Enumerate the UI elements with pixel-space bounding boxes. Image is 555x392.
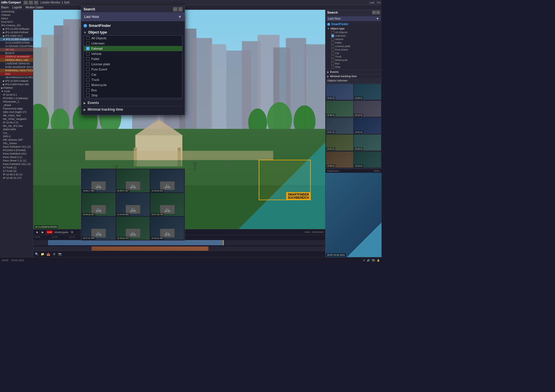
sd-window-controls[interactable]: □ × bbox=[173, 7, 182, 11]
sidebar-item-paletten[interactable]: ▶Paletten bbox=[0, 86, 33, 90]
sd-motorcycle[interactable]: Motorcycle bbox=[84, 82, 182, 88]
sidebar-item-ips2400-4[interactable]: IPS2400-4 (ProNet) bbox=[0, 148, 33, 152]
menu-medien[interactable]: Medien Daten bbox=[25, 6, 43, 9]
sidebar-item-fluss[interactable]: Flüsseneier_2 bbox=[0, 100, 33, 103]
sd-checkbox-pallet[interactable] bbox=[86, 57, 90, 61]
rp-thumb-5[interactable]: 15:47:41 bbox=[326, 118, 353, 134]
sd-events-row[interactable]: ▶ Events bbox=[84, 99, 182, 106]
minimize-btn[interactable]: — bbox=[24, 1, 28, 4]
tg-thumb-2[interactable]: 🚲 15:55:57.907 bbox=[116, 169, 150, 192]
rp-pure-event[interactable]: Pure Event bbox=[329, 48, 380, 51]
sd-unknown[interactable]: Unknown bbox=[84, 41, 182, 46]
sidebar-item-direct[interactable]: Direct bbox=[0, 17, 33, 20]
status-icon-cam[interactable]: 📷 bbox=[372, 259, 375, 262]
rp-thumb-2[interactable]: 15:56:41 bbox=[354, 84, 381, 100]
sd-checkbox-truck[interactable] bbox=[86, 78, 90, 81]
rp-minimal-tracking-row[interactable]: ▶ Minimal tracking time bbox=[325, 74, 382, 78]
settings-icon[interactable]: ⚙ bbox=[52, 252, 56, 257]
rp-pallet[interactable]: Pallet bbox=[329, 41, 380, 44]
status-icon-lock[interactable]: 🔒 bbox=[377, 259, 380, 262]
sd-truck[interactable]: Truck bbox=[84, 77, 182, 82]
sidebar-item-pano-og1b[interactable]: Pano Parkdeck OG1 bbox=[0, 152, 33, 155]
sd-checkbox-ship[interactable] bbox=[86, 94, 90, 97]
rp-checkbox-motorcycle[interactable] bbox=[331, 59, 334, 62]
sidebar-item-pano360[interactable]: ▶IPS-2,600-Pano-360 bbox=[0, 83, 33, 86]
sidebar-item-park-bahn[interactable]: PARK-BAHNHOF-SFLATZ bbox=[0, 65, 33, 69]
stop-btn[interactable]: ■ bbox=[35, 230, 39, 234]
rp-checkbox-ship[interactable] bbox=[331, 66, 334, 68]
sd-vehicle[interactable]: Vehicle bbox=[84, 51, 182, 56]
sidebar-item-eviltext[interactable]: EVILTEXT bbox=[0, 20, 33, 24]
sd-ship[interactable]: Ship bbox=[84, 93, 182, 98]
rp-smartfinder-radio[interactable] bbox=[327, 23, 330, 26]
rp-unknown[interactable]: ✓ Unknown bbox=[329, 34, 380, 38]
tg-thumb-4[interactable]: 🚲 15:49:18.257 bbox=[82, 193, 116, 216]
sidebar-item-analyse2[interactable]: ▶IPS-10,000-Analyse bbox=[0, 79, 33, 83]
rp-checkbox-truck[interactable] bbox=[331, 55, 334, 58]
rp-obj-type-header[interactable]: ▼ Object type bbox=[327, 27, 380, 31]
sidebar-item-cinema[interactable]: IPS-Cinema_301 bbox=[0, 24, 33, 27]
sd-smartfinder-radio[interactable] bbox=[84, 24, 87, 27]
sd-all-objects[interactable]: All Objects bbox=[84, 36, 182, 41]
rp-window-controls[interactable]: □ × bbox=[372, 11, 380, 14]
tg-thumb-1[interactable]: 🚲 15:59:17.693 bbox=[82, 169, 116, 192]
sd-obj-type-header[interactable]: ▼ Object type bbox=[84, 29, 182, 35]
rp-bus[interactable]: Bus bbox=[329, 62, 380, 65]
sidebar-item-ip1[interactable]: IP:10.69.9.1 bbox=[0, 93, 33, 96]
sd-expand-btn[interactable]: □ bbox=[173, 7, 177, 11]
sidebar-item-software[interactable]: ▶IPS-10,000-Software bbox=[0, 27, 33, 31]
tg-thumb-5[interactable]: 🚲 15:42:58.363 bbox=[116, 193, 150, 216]
sidebar-item-vel[interactable]: VEL_Genex bbox=[0, 142, 33, 145]
rp-checkbox-pure[interactable] bbox=[331, 48, 334, 51]
rp-thumb-6[interactable]: 15:52:41 bbox=[354, 118, 381, 134]
sidebar-item-ausruestung[interactable]: Ausrüstung bbox=[0, 10, 33, 13]
sidebar-item-analyse[interactable]: ▼IPS-10,000-Analyse bbox=[0, 38, 33, 41]
sidebar-item-parkring[interactable]: PARKRING ANALYTICS bbox=[0, 69, 33, 72]
sd-pure-event[interactable]: Pure Event bbox=[84, 67, 182, 72]
playback-label[interactable]: Wiedergabe bbox=[54, 230, 69, 234]
sd-bus[interactable]: Bus bbox=[84, 88, 182, 93]
sd-car[interactable]: Car bbox=[84, 72, 182, 77]
timeline-track-2[interactable] bbox=[33, 246, 325, 251]
rp-checkbox-bus[interactable] bbox=[331, 62, 334, 65]
sd-license[interactable]: License plate bbox=[84, 62, 182, 67]
rp-checkbox-unknown[interactable]: ✓ bbox=[331, 34, 334, 37]
sidebar-item-vb-park[interactable]: VB-PARKHAUS-ULTRA bbox=[0, 76, 33, 79]
sd-checkbox-bus[interactable] bbox=[86, 88, 90, 92]
rp-ship[interactable]: Ship bbox=[329, 65, 380, 69]
status-icon-sound[interactable]: 🔊 bbox=[367, 259, 370, 262]
tg-thumb-6[interactable]: 🚲 15:37:39.745 bbox=[150, 193, 184, 216]
sidebar-item-ipx91[interactable]: IP:10.69.X.91 (1) bbox=[0, 173, 33, 176]
sidebar-item-ip12[interactable]: IP:12.69.10.173 bbox=[0, 176, 33, 180]
sidebar-item-mk-vgl[interactable]: MK_H264_Vergleich bbox=[0, 117, 33, 121]
rp-thumb-1[interactable]: 15:41:41 bbox=[326, 84, 353, 100]
sidebar-item-ladeone[interactable]: LADEONE SERSAIO bbox=[0, 62, 33, 65]
sidebar-item-srs[interactable]: SRS-2 bbox=[0, 135, 33, 138]
sidebar-item-ip2[interactable]: IP:10.69.2.11 bbox=[0, 121, 33, 124]
rp-motorcycle[interactable]: Motorcycle bbox=[329, 58, 380, 62]
sidebar-item-ips2400[interactable]: IPS2400-1 (Gateway) bbox=[0, 96, 33, 100]
rp-checkbox-all[interactable] bbox=[331, 31, 334, 34]
tg-thumb-8[interactable]: 🚲 15:33:26.243 bbox=[116, 217, 150, 240]
settings-btn[interactable]: ⚙ bbox=[70, 230, 74, 234]
rp-time-dropdown[interactable]: Last Hour ▼ bbox=[326, 16, 381, 21]
sidebar-item-s7-2[interactable]: S7 Funk (2) bbox=[0, 169, 33, 173]
sd-close-btn[interactable]: × bbox=[178, 7, 182, 11]
rp-truck[interactable]: Truck bbox=[329, 55, 380, 58]
sd-checkbox-car[interactable] bbox=[86, 73, 90, 76]
sidebar-item-flaüs[interactable]: Flaüsenmia edge bbox=[0, 107, 33, 110]
close-btn[interactable]: × bbox=[34, 1, 38, 4]
sd-checkbox-pure[interactable] bbox=[86, 68, 90, 71]
sidebar-item-brasil[interactable]: _Brasil bbox=[0, 103, 33, 107]
sd-checkbox-vehicle[interactable] bbox=[86, 52, 90, 55]
sidebar-item-mk-h264[interactable]: MK_H264_Test bbox=[0, 114, 33, 117]
search-icon[interactable]: 🔍 bbox=[34, 252, 39, 257]
sd-checkbox-license[interactable] bbox=[86, 62, 90, 66]
sidebar-item-bosch[interactable]: BOSCH bbox=[0, 51, 33, 55]
rp-events-row[interactable]: ▶ Events bbox=[325, 70, 382, 74]
sidebar-item-ai-class[interactable]: AI CLASSIFICATION bbox=[0, 41, 33, 44]
sd-checkbox-all[interactable] bbox=[86, 36, 90, 40]
sd-checkbox-motorcycle[interactable] bbox=[86, 83, 90, 87]
menu-logistik[interactable]: Logistik bbox=[12, 6, 22, 9]
live-badge[interactable]: Live bbox=[47, 231, 53, 234]
